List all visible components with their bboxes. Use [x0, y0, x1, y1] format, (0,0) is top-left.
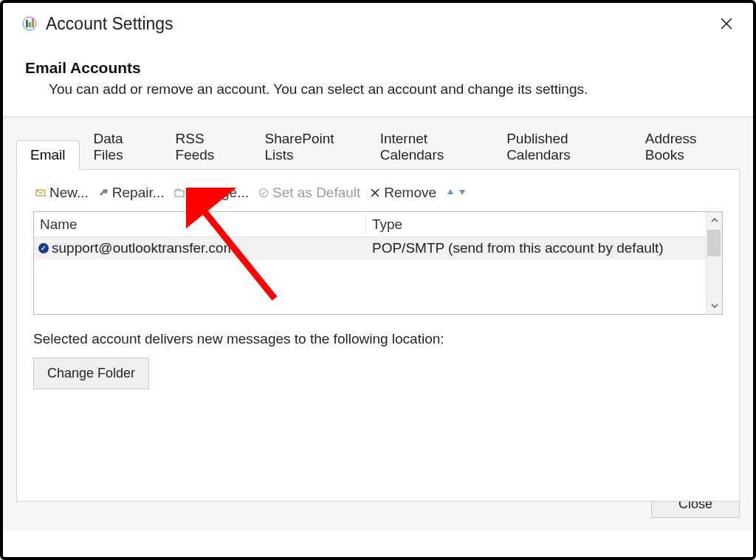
- tab-sharepoint-lists[interactable]: SharePoint Lists: [251, 124, 366, 169]
- tab-address-books[interactable]: Address Books: [631, 124, 740, 169]
- table-row[interactable]: support@outlooktransfer.com POP/SMTP (se…: [34, 237, 722, 259]
- change-folder-button[interactable]: Change Folder: [33, 358, 149, 389]
- svg-marker-12: [447, 189, 453, 194]
- envelope-new-icon: [35, 187, 47, 199]
- folder-gear-icon: [173, 187, 185, 199]
- scroll-thumb[interactable]: [707, 230, 721, 256]
- header-heading: Email Accounts: [25, 59, 731, 77]
- svg-point-7: [42, 189, 45, 192]
- change-button[interactable]: Change...: [172, 183, 250, 202]
- repair-label: Repair...: [112, 185, 165, 201]
- svg-rect-8: [175, 191, 184, 197]
- move-up-icon[interactable]: [447, 188, 454, 197]
- remove-button[interactable]: Remove: [368, 183, 438, 202]
- app-icon: [21, 15, 38, 33]
- list-body: support@outlooktransfer.com POP/SMTP (se…: [34, 237, 722, 314]
- reorder-arrows: [447, 188, 466, 197]
- tab-bar: Email Data Files RSS Feeds SharePoint Li…: [16, 141, 740, 169]
- header-subtext: You can add or remove an account. You ca…: [25, 81, 731, 98]
- titlebar: Account Settings: [3, 3, 753, 40]
- tab-panel-email: New... Repair... Change...: [16, 169, 740, 502]
- column-name-header[interactable]: Name: [34, 216, 366, 233]
- accounts-toolbar: New... Repair... Change...: [33, 183, 723, 202]
- list-header: Name Type: [34, 212, 722, 237]
- tab-email[interactable]: Email: [16, 140, 80, 170]
- close-icon[interactable]: [713, 10, 740, 37]
- tab-data-files[interactable]: Data Files: [80, 124, 162, 169]
- tab-internet-calendars[interactable]: Internet Calendars: [366, 124, 492, 169]
- account-name: support@outlooktransfer.com: [52, 240, 235, 256]
- account-settings-dialog: Account Settings Email Accounts You can …: [0, 0, 756, 560]
- default-account-icon: [38, 243, 49, 253]
- repair-button[interactable]: Repair...: [96, 183, 166, 202]
- account-type-cell: POP/SMTP (send from this account by defa…: [366, 240, 722, 256]
- move-down-icon[interactable]: [458, 188, 466, 197]
- set-default-label: Set as Default: [272, 185, 360, 201]
- new-button[interactable]: New...: [33, 183, 90, 202]
- svg-marker-13: [459, 190, 465, 195]
- list-scrollbar[interactable]: [706, 212, 722, 314]
- tabs-region: Email Data Files RSS Feeds SharePoint Li…: [3, 117, 753, 530]
- column-type-header[interactable]: Type: [366, 216, 722, 233]
- svg-rect-3: [32, 18, 34, 27]
- deliver-location-text: Selected account delivers new messages t…: [33, 331, 723, 347]
- scroll-down-icon[interactable]: [707, 298, 722, 314]
- account-name-cell: support@outlooktransfer.com: [34, 240, 366, 256]
- new-label: New...: [49, 185, 89, 201]
- wrench-icon: [97, 187, 109, 199]
- accounts-list: Name Type support@outlooktransfer.com PO…: [33, 211, 723, 315]
- change-label: Change...: [188, 185, 249, 201]
- svg-rect-2: [29, 22, 31, 27]
- remove-label: Remove: [384, 185, 436, 201]
- tab-rss-feeds[interactable]: RSS Feeds: [162, 124, 251, 169]
- tab-published-calendars[interactable]: Published Calendars: [492, 124, 631, 169]
- check-circle-icon: [258, 187, 269, 199]
- x-icon: [369, 187, 381, 199]
- scroll-up-icon[interactable]: [707, 212, 722, 228]
- svg-rect-1: [26, 20, 28, 27]
- set-default-button: Set as Default: [256, 183, 362, 202]
- header-area: Email Accounts You can add or remove an …: [3, 40, 753, 108]
- window-title: Account Settings: [46, 14, 173, 34]
